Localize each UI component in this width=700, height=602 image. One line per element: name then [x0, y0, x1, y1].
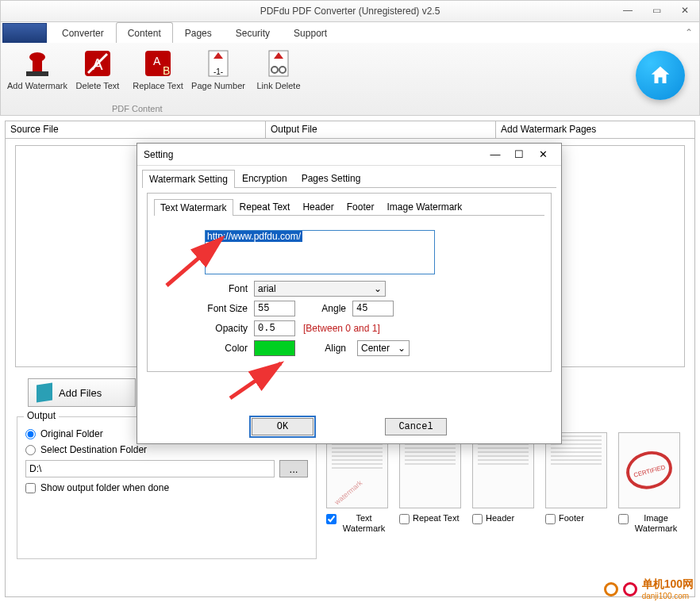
col-source: Source File [6, 121, 266, 138]
list-header: Source File Output File Add Watermark Pa… [6, 121, 694, 139]
link-delete-button[interactable]: Link Delete [248, 46, 309, 90]
dialog-titlebar: Setting — ☐ ✕ [137, 144, 561, 166]
add-watermark-button[interactable]: Add Watermark [7, 46, 67, 90]
delete-text-button[interactable]: A Delete Text [67, 46, 128, 90]
ok-button[interactable]: OK [252, 418, 313, 435]
subtab-repeat-text[interactable]: Repeat Text [233, 198, 297, 215]
annotation-arrow-icon [159, 230, 238, 293]
subtab-text-watermark[interactable]: Text Watermark [154, 199, 233, 216]
opacity-hint: [Between 0 and 1] [303, 323, 380, 334]
window-titlebar: PDFdu PDF Converter (Unregistered) v2.5 … [0, 0, 700, 22]
page-number-label: Page Number [191, 81, 245, 90]
angle-input[interactable] [352, 301, 394, 316]
folder-icon [37, 383, 52, 403]
tab-pages-setting[interactable]: Pages Setting [294, 169, 368, 187]
col-pages: Add Watermark Pages [496, 121, 694, 138]
col-output: Output File [266, 121, 496, 138]
svg-text:A: A [153, 55, 161, 67]
tab-support[interactable]: Support [282, 22, 339, 43]
maximize-button[interactable]: ▭ [645, 5, 667, 17]
original-folder-label: Original Folder [40, 428, 103, 439]
add-files-button[interactable]: Add Files [28, 378, 136, 407]
replace-text-icon: AB [142, 48, 174, 79]
ribbon-collapse-icon[interactable]: ⌃ [685, 27, 693, 38]
dest-folder-label: Select Destination Folder [40, 444, 147, 455]
replace-text-button[interactable]: AB Replace Text [128, 46, 188, 90]
tab-pages[interactable]: Pages [173, 22, 224, 43]
brand-url: danji100.com [642, 592, 694, 600]
stamp-icon [21, 48, 53, 79]
align-select[interactable]: Center⌄ [357, 340, 410, 356]
svg-line-16 [167, 238, 222, 286]
dialog-close-button[interactable]: ✕ [531, 148, 555, 160]
thumb-text-watermark[interactable]: watermark Text Watermark [326, 432, 388, 534]
watermark-text-input[interactable]: http://www.pdfdu.com/ [205, 230, 435, 274]
chevron-down-icon: ⌄ [398, 343, 406, 354]
thumb-image-watermark[interactable]: CERTIFIED Image Watermark [618, 432, 680, 534]
output-legend: Output [24, 410, 59, 421]
svg-rect-0 [26, 71, 48, 76]
dialog-maximize-button[interactable]: ☐ [507, 148, 531, 160]
font-select[interactable]: arial⌄ [254, 281, 386, 297]
thumb-header[interactable]: Header [472, 432, 534, 534]
tab-watermark-setting[interactable]: Watermark Setting [142, 170, 235, 188]
thumb-footer[interactable]: Footer [545, 432, 607, 534]
opacity-input[interactable] [254, 320, 295, 336]
color-swatch[interactable] [254, 340, 295, 356]
original-folder-radio[interactable] [25, 429, 36, 439]
minimize-button[interactable]: — [617, 5, 639, 17]
thumb-image-label: Image Watermark [632, 513, 680, 534]
watermark-thumbnails: watermark Text Watermark Repeat Text Hea… [326, 432, 683, 534]
tab-content[interactable]: Content [116, 22, 173, 43]
angle-label: Angle [306, 303, 346, 314]
thumb-repeat-text[interactable]: Repeat Text [399, 432, 461, 534]
tab-security[interactable]: Security [224, 22, 282, 43]
ribbon-tab-strip: Converter Content Pages Security Support… [0, 22, 700, 43]
page-number-button[interactable]: -1- Page Number [188, 46, 248, 90]
tab-converter[interactable]: Converter [50, 22, 116, 43]
delete-text-label: Delete Text [76, 81, 120, 90]
font-value: arial [258, 283, 276, 294]
thumb-footer-check[interactable] [545, 514, 556, 524]
thumb-text-check[interactable] [326, 514, 337, 524]
thumb-preview: CERTIFIED [618, 432, 680, 508]
browse-button[interactable]: ... [279, 460, 308, 477]
thumb-image-check[interactable] [618, 514, 629, 524]
tab-encryption[interactable]: Encryption [235, 169, 294, 187]
svg-text:-1-: -1- [213, 67, 223, 76]
home-icon [648, 63, 672, 87]
home-button[interactable] [636, 51, 685, 100]
dialog-minimize-button[interactable]: — [483, 148, 507, 160]
svg-point-2 [29, 52, 45, 62]
subtab-footer[interactable]: Footer [340, 198, 381, 215]
thumb-repeat-check[interactable] [399, 514, 410, 524]
dialog-tabs: Watermark Setting Encryption Pages Setti… [142, 169, 556, 188]
svg-text:B: B [163, 64, 170, 77]
thumb-header-check[interactable] [472, 514, 483, 524]
cancel-button[interactable]: Cancel [385, 418, 447, 435]
window-title: PDFdu PDF Converter (Unregistered) v2.5 [260, 6, 440, 17]
output-path-input[interactable] [25, 460, 275, 477]
chevron-down-icon: ⌄ [374, 283, 382, 294]
show-output-checkbox[interactable] [25, 483, 36, 493]
font-size-label: Font Size [186, 303, 248, 314]
page-number-icon: -1- [202, 48, 234, 79]
svg-text:CERTIFIED: CERTIFIED [633, 463, 666, 478]
subtab-header[interactable]: Header [296, 198, 340, 215]
link-delete-label: Link Delete [256, 81, 300, 90]
delete-text-icon: A [82, 48, 113, 79]
subtab-image-watermark[interactable]: Image Watermark [380, 198, 468, 215]
link-delete-icon [263, 48, 294, 79]
add-watermark-label: Add Watermark [7, 81, 67, 90]
logo-icon [604, 582, 618, 596]
dest-folder-radio[interactable] [25, 445, 36, 455]
align-value: Center [361, 343, 390, 354]
thumb-repeat-label: Repeat Text [413, 513, 460, 523]
close-button[interactable]: ✕ [674, 5, 696, 17]
file-tab[interactable] [2, 23, 47, 43]
color-label: Color [186, 343, 248, 354]
watermark-subtabs: Text Watermark Repeat Text Header Footer… [154, 198, 544, 216]
brand-name: 单机100网 [642, 577, 694, 590]
thumb-header-label: Header [486, 513, 514, 523]
font-size-input[interactable] [254, 301, 295, 316]
